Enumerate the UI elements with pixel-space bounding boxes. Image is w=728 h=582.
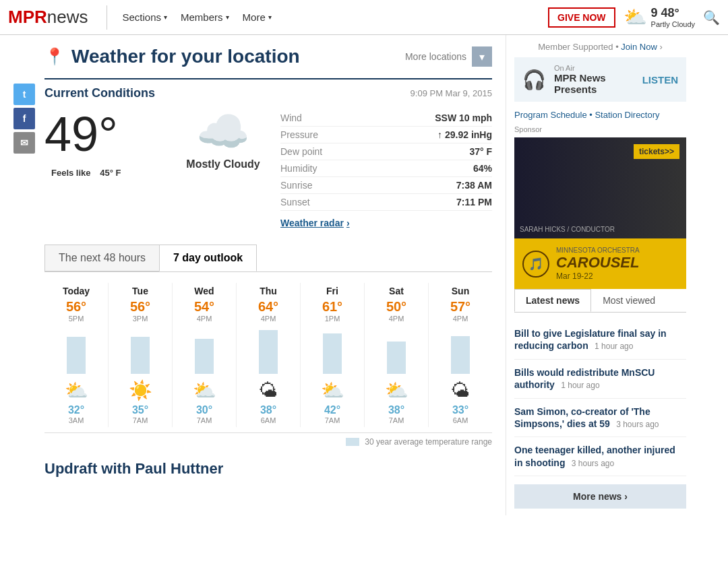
news-item: Bills would redistribute MnSCU authority… <box>514 360 686 399</box>
avg-temp-legend: 30 year average temperature range <box>44 437 492 447</box>
temp-bar <box>451 336 470 374</box>
weather-icon: ⛅ <box>46 379 107 401</box>
day-name: Today <box>46 286 107 296</box>
day-high-time: 5PM <box>46 315 107 323</box>
temp-bar-container <box>110 323 171 377</box>
facebook-share-button[interactable]: f <box>13 108 35 129</box>
weather-cloud-icon: ⛅ <box>624 6 647 28</box>
weather-icon: ⛅ <box>302 379 363 401</box>
temp-bar-container <box>238 323 299 377</box>
nav-members[interactable]: Members ▾ <box>174 0 236 35</box>
temp-bar-container <box>430 323 491 377</box>
day-low-time: 6AM <box>238 416 299 424</box>
news-headline[interactable]: One teenager killed, another injured in … <box>514 444 686 469</box>
day-name: Thu <box>238 286 299 296</box>
day-name: Sat <box>366 286 427 296</box>
site-logo[interactable]: MPRnews <box>8 7 88 28</box>
temp-bar-container <box>366 323 427 377</box>
current-conditions: Current Conditions 9:09 PM Mar 9, 2015 4… <box>44 78 492 228</box>
logo-news: news <box>47 7 88 27</box>
day-low: 42° <box>302 404 363 416</box>
tab-48h[interactable]: The next 48 hours <box>44 245 160 271</box>
day-low-time: 7AM <box>302 416 363 424</box>
day-name: Fri <box>302 286 363 296</box>
news-headline[interactable]: Bills would redistribute MnSCU authority… <box>514 366 686 391</box>
listen-button[interactable]: LISTEN <box>642 74 678 86</box>
program-name: MPR News Presents <box>554 72 634 95</box>
social-bar: t f ✉ <box>13 84 35 478</box>
weather-icon: ☀️ <box>110 379 171 401</box>
weather-radar-link[interactable]: Weather radar › <box>280 218 492 228</box>
day-low-time: 6AM <box>430 416 491 424</box>
weather-panel: 📍 Weather for your location More locatio… <box>44 46 492 478</box>
day-high-time: 3PM <box>110 315 171 323</box>
forecast-day-thu: Thu 64° 4PM 🌤 38° 6AM <box>237 283 301 427</box>
nav-sections[interactable]: Sections ▾ <box>115 0 174 35</box>
main-nav: Sections ▾ Members ▾ More ▾ <box>115 0 278 35</box>
page-title-row: 📍 Weather for your location More locatio… <box>44 46 492 67</box>
forecast-day-fri: Fri 61° 1PM ⛅ 42° 7AM <box>301 283 365 427</box>
weather-icon: 🌤 <box>238 379 299 401</box>
detail-dewpoint: Dew point 37° F <box>280 143 492 160</box>
program-links[interactable]: Program Schedule • Station Directory <box>514 110 686 120</box>
orchestra-logo: 🎵 <box>522 251 549 278</box>
temp-bar-container <box>174 323 235 377</box>
forecast-container: Today 56° 5PM ⛅ 32° 3AM Tue 56° 3PM ☀️ 3… <box>44 283 492 433</box>
temp-bar <box>259 330 278 374</box>
header-right: GIVE NOW ⛅ 9 48° Partly Cloudy 🔍 <box>548 6 720 28</box>
day-low: 30° <box>174 404 235 416</box>
location-icon: 📍 <box>44 47 65 66</box>
news-headline[interactable]: Sam Simon, co-creator of 'The Simpsons,'… <box>514 406 686 430</box>
day-high-time: 4PM <box>430 315 491 323</box>
day-high: 56° <box>110 299 171 315</box>
day-low-time: 3AM <box>46 416 107 424</box>
tab-latest-news[interactable]: Latest news <box>514 289 591 312</box>
day-high-time: 4PM <box>366 315 427 323</box>
detail-sunrise: Sunrise 7:38 AM <box>280 177 492 194</box>
more-locations-button[interactable]: More locations ▾ <box>405 46 492 67</box>
forecast-tabs: The next 48 hours 7 day outlook <box>44 245 492 272</box>
more-news-button[interactable]: More news › <box>514 484 686 509</box>
carousel-date: Mar 19-22 <box>556 271 678 281</box>
news-headline[interactable]: Bill to give Legislature final say in re… <box>514 327 686 352</box>
news-time: 3 hours ago <box>614 420 659 429</box>
day-high: 54° <box>174 299 235 315</box>
header-divider <box>107 5 107 30</box>
ad-tickets: tickets>> <box>634 144 679 159</box>
day-low: 35° <box>110 404 171 416</box>
conditions-time: 9:09 PM Mar 9, 2015 <box>411 88 492 98</box>
day-low: 38° <box>366 404 427 416</box>
listen-bar: 🎧 On Air MPR News Presents LISTEN <box>514 57 686 102</box>
nav-more[interactable]: More ▾ <box>236 0 278 35</box>
day-high: 56° <box>46 299 107 315</box>
sponsor-ad[interactable]: tickets>> SARAH HICKS / CONDUCTOR 🎵 MINN… <box>514 137 686 289</box>
day-low-time: 7AM <box>366 416 427 424</box>
on-air-label: On Air <box>554 64 634 72</box>
forecast-day-sun: Sun 57° 4PM 🌤 33° 6AM <box>429 283 492 427</box>
feels-like: Feels like 45° F <box>44 168 166 178</box>
chevron-down-icon: ▾ <box>268 13 272 21</box>
tab-7day[interactable]: 7 day outlook <box>159 245 257 271</box>
temp-bar-container <box>302 323 363 377</box>
news-item: Sam Simon, co-creator of 'The Simpsons,'… <box>514 399 686 438</box>
forecast-day-sat: Sat 50° 4PM ⛅ 38° 7AM <box>365 283 429 427</box>
current-temp: 49° <box>44 110 166 158</box>
header-weather-info: 9 48° Partly Cloudy <box>651 6 695 28</box>
dropdown-icon[interactable]: ▾ <box>472 46 492 67</box>
tab-most-viewed[interactable]: Most viewed <box>591 289 667 312</box>
give-now-button[interactable]: GIVE NOW <box>548 7 615 28</box>
join-now-link[interactable]: Join Now <box>621 42 657 52</box>
ad-image: tickets>> SARAH HICKS / CONDUCTOR <box>514 137 686 238</box>
carousel-text: MINNESOTA ORCHESTRA CAROUSEL Mar 19-22 <box>556 247 678 281</box>
email-share-button[interactable]: ✉ <box>13 132 35 154</box>
conditions-icon: ☁️ Mostly Cloudy <box>179 110 267 170</box>
day-high: 57° <box>430 299 491 315</box>
news-tabs: Latest news Most viewed <box>514 289 686 313</box>
page-title: Weather for your location <box>71 46 300 67</box>
listen-info: On Air MPR News Presents <box>554 64 634 95</box>
twitter-share-button[interactable]: t <box>13 84 35 105</box>
day-name: Tue <box>110 286 171 296</box>
carousel-ad: 🎵 MINNESOTA ORCHESTRA CAROUSEL Mar 19-22 <box>514 238 686 289</box>
detail-pressure: Pressure ↑ 29.92 inHg <box>280 127 492 143</box>
search-icon[interactable]: 🔍 <box>703 9 720 26</box>
